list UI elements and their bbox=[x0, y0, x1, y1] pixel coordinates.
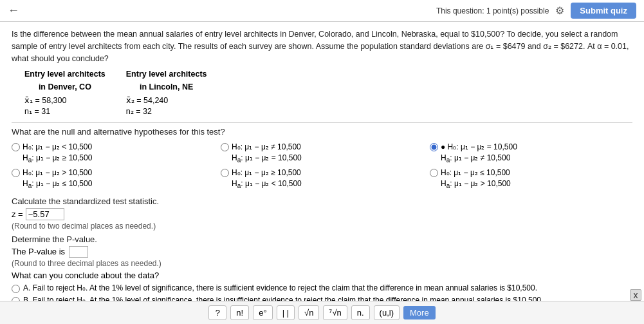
conclude-option-B-text: B. Fail to reject H₀. At the 1% level of… bbox=[23, 296, 543, 301]
option-A-text: H₀: μ₁ − μ₂ < 10,500 Ha: μ₁ − μ₂ ≥ 10,50… bbox=[23, 142, 92, 165]
back-button[interactable]: ← bbox=[8, 4, 19, 17]
teststat-note: (Round to two decimal places as needed.) bbox=[12, 222, 632, 231]
conclude-option-B[interactable]: B. Fail to reject H₀. At the 1% level of… bbox=[12, 296, 632, 301]
option-D[interactable]: H₀: μ₁ − μ₂ > 10,500 Ha: μ₁ − μ₂ ≤ 10,50… bbox=[12, 167, 214, 191]
toolbar-btn-more[interactable]: More bbox=[403, 306, 436, 319]
option-F-text: H₀: μ₁ − μ₂ ≤ 10,500 Ha: μ₁ − μ₂ > 10,50… bbox=[441, 167, 511, 191]
option-D-text: H₀: μ₁ − μ₂ > 10,500 Ha: μ₁ − μ₂ ≤ 10,50… bbox=[23, 167, 92, 191]
option-C-text: ● H₀: μ₁ − μ₂ = 10,500 Ha: μ₁ − μ₂ ≠ 10,… bbox=[441, 142, 517, 165]
question-info: This question: 1 point(s) possible bbox=[436, 6, 549, 15]
data-col-lincoln: Entry level architects in Lincoln, NE x̄… bbox=[126, 70, 207, 116]
toolbar-btn-abs[interactable]: | | bbox=[277, 305, 295, 320]
problem-text: Is the difference between the mean annua… bbox=[12, 28, 632, 64]
conclude-radio-A[interactable] bbox=[12, 285, 20, 293]
conclude-option-A-text: A. Fail to reject H₀. At the 1% level of… bbox=[23, 283, 537, 292]
col1-title: Entry level architects bbox=[24, 70, 106, 79]
radio-C[interactable] bbox=[430, 143, 438, 151]
p-value-input[interactable] bbox=[69, 246, 88, 258]
question1-label: What are the null and alternative hypoth… bbox=[12, 127, 632, 137]
option-F-h0: H₀: μ₁ − μ₂ ≤ 10,500 bbox=[441, 167, 511, 178]
option-B[interactable]: H₀: μ₁ − μ₂ ≠ 10,500 Ha: μ₁ − μ₂ = 10,50… bbox=[221, 142, 423, 165]
toolbar-btn-sqrt[interactable]: √n bbox=[299, 305, 319, 320]
col1-n: n₁ = 31 bbox=[24, 106, 106, 116]
z-label: z = bbox=[12, 209, 23, 219]
data-col-denver: Entry level architects in Denver, CO x̄₁… bbox=[24, 70, 106, 116]
radio-A[interactable] bbox=[12, 143, 20, 151]
top-bar-left: ← bbox=[8, 4, 19, 17]
option-B-ha: Ha: μ₁ − μ₂ = 10,500 bbox=[232, 153, 302, 165]
option-A[interactable]: H₀: μ₁ − μ₂ < 10,500 Ha: μ₁ − μ₂ ≥ 10,50… bbox=[12, 142, 214, 165]
teststat-label: Calculate the standardized test statisti… bbox=[12, 196, 632, 206]
toolbar-btn-factorial[interactable]: n! bbox=[230, 305, 249, 320]
top-bar-right: This question: 1 point(s) possible ⚙ Sub… bbox=[436, 3, 636, 19]
option-C[interactable]: ● H₀: μ₁ − μ₂ = 10,500 Ha: μ₁ − μ₂ ≠ 10,… bbox=[430, 142, 632, 165]
toolbar-btn-dot[interactable]: n. bbox=[351, 305, 370, 320]
options-grid: H₀: μ₁ − μ₂ < 10,500 Ha: μ₁ − μ₂ ≥ 10,50… bbox=[12, 142, 632, 191]
radio-B[interactable] bbox=[221, 143, 229, 151]
toolbar-btn-exp[interactable]: e° bbox=[253, 305, 272, 320]
option-C-h0: ● H₀: μ₁ − μ₂ = 10,500 bbox=[441, 142, 517, 153]
option-D-h0: H₀: μ₁ − μ₂ > 10,500 bbox=[23, 167, 92, 178]
option-B-h0: H₀: μ₁ − μ₂ ≠ 10,500 bbox=[232, 142, 302, 153]
toolbar-btn-nthroot[interactable]: ⁷√n bbox=[323, 305, 347, 320]
col1-x: x̄₁ = 58,300 bbox=[24, 95, 106, 105]
close-button[interactable]: x bbox=[630, 289, 641, 301]
col2-subtitle: in Lincoln, NE bbox=[126, 82, 207, 91]
option-B-text: H₀: μ₁ − μ₂ ≠ 10,500 Ha: μ₁ − μ₂ = 10,50… bbox=[232, 142, 302, 165]
data-table: Entry level architects in Denver, CO x̄₁… bbox=[24, 70, 632, 116]
radio-F[interactable] bbox=[430, 169, 438, 177]
col2-x: x̄₂ = 54,240 bbox=[126, 95, 207, 105]
z-input[interactable] bbox=[26, 208, 64, 220]
p-value-row: The P-value is bbox=[12, 246, 632, 258]
z-value-box: z = bbox=[12, 208, 64, 220]
top-bar: ← This question: 1 point(s) possible ⚙ S… bbox=[0, 0, 644, 22]
radio-D[interactable] bbox=[12, 169, 20, 177]
option-E-ha: Ha: μ₁ − μ₂ < 10,500 bbox=[232, 178, 302, 191]
option-E-text: H₀: μ₁ − μ₂ ≥ 10,500 Ha: μ₁ − μ₂ < 10,50… bbox=[232, 167, 302, 191]
option-D-ha: Ha: μ₁ − μ₂ ≤ 10,500 bbox=[23, 178, 92, 191]
radio-E[interactable] bbox=[221, 169, 229, 177]
conclude-label: What can you conclude about the data? bbox=[12, 271, 632, 280]
main-content: Is the difference between the mean annua… bbox=[0, 22, 644, 301]
option-E-h0: H₀: μ₁ − μ₂ ≥ 10,500 bbox=[232, 167, 302, 178]
pvalue-prefix: The P-value is bbox=[12, 247, 65, 256]
option-A-h0: H₀: μ₁ − μ₂ < 10,500 bbox=[23, 142, 92, 153]
conclude-options: A. Fail to reject H₀. At the 1% level of… bbox=[12, 283, 632, 301]
col2-title: Entry level architects bbox=[126, 70, 207, 79]
toolbar-btn-ul[interactable]: (u,l) bbox=[374, 305, 400, 320]
bottom-toolbar: ? n! e° | | √n ⁷√n n. (u,l) More bbox=[0, 301, 644, 324]
col1-subtitle: in Denver, CO bbox=[24, 82, 106, 91]
option-A-ha: Ha: μ₁ − μ₂ ≥ 10,500 bbox=[23, 153, 92, 165]
option-F[interactable]: H₀: μ₁ − μ₂ ≤ 10,500 Ha: μ₁ − μ₂ > 10,50… bbox=[430, 167, 632, 191]
col2-n: n₂ = 32 bbox=[126, 106, 207, 116]
gear-icon[interactable]: ⚙ bbox=[555, 5, 564, 17]
submit-quiz-button[interactable]: Submit quiz bbox=[571, 3, 636, 19]
toolbar-btn-question[interactable]: ? bbox=[208, 305, 226, 320]
pvalue-label: Determine the P-value. bbox=[12, 234, 632, 244]
pvalue-note: (Round to three decimal places as needed… bbox=[12, 259, 632, 268]
option-C-ha: Ha: μ₁ − μ₂ ≠ 10,500 bbox=[441, 153, 517, 165]
conclude-option-A[interactable]: A. Fail to reject H₀. At the 1% level of… bbox=[12, 283, 632, 293]
option-E[interactable]: H₀: μ₁ − μ₂ ≥ 10,500 Ha: μ₁ − μ₂ < 10,50… bbox=[221, 167, 423, 191]
option-F-ha: Ha: μ₁ − μ₂ > 10,500 bbox=[441, 178, 511, 191]
divider-1 bbox=[12, 122, 632, 123]
